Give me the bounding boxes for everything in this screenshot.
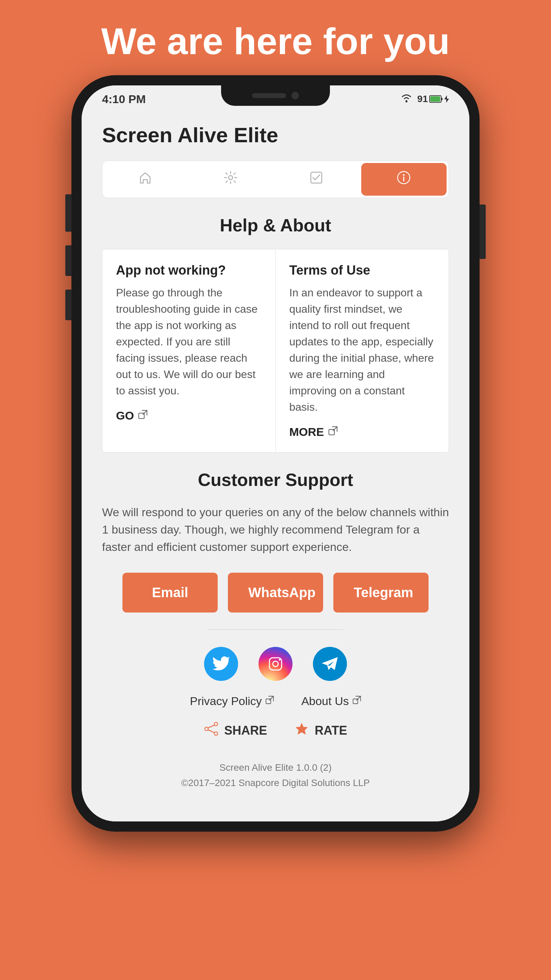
support-buttons-row: Email WhatsApp Telegram xyxy=(102,573,449,612)
go-action[interactable]: GO xyxy=(116,409,262,422)
star-icon xyxy=(294,721,309,740)
app-not-working-text: Please go through the troubleshooting gu… xyxy=(116,285,262,399)
app-title: Screen Alive Elite xyxy=(102,123,449,147)
checkmarks-icon xyxy=(309,170,324,189)
share-label: SHARE xyxy=(224,724,267,738)
version-text: Screen Alive Elite 1.0.0 (2) xyxy=(102,760,449,775)
svg-line-25 xyxy=(208,730,214,733)
about-us-label: About Us xyxy=(301,695,349,708)
tab-home[interactable] xyxy=(102,161,188,198)
status-time: 4:10 PM xyxy=(102,92,146,106)
privacy-policy-link[interactable]: Privacy Policy xyxy=(190,695,274,708)
telegram-social-button[interactable] xyxy=(313,647,347,681)
svg-rect-3 xyxy=(430,96,440,102)
terms-of-use-col: Terms of Use In an endeavor to support a… xyxy=(276,250,449,452)
tab-checkmarks[interactable] xyxy=(273,161,359,198)
customer-support-desc: We will respond to your queries on any o… xyxy=(102,504,449,556)
share-icon xyxy=(204,721,219,740)
app-content: Screen Alive Elite xyxy=(82,113,469,821)
terms-text: In an endeavor to support a quality firs… xyxy=(289,285,435,415)
rate-label: RATE xyxy=(314,724,347,738)
page-headline: We are here for you xyxy=(74,0,477,75)
notch-camera xyxy=(292,92,299,99)
svg-point-21 xyxy=(214,722,218,726)
notch-speaker xyxy=(252,93,286,98)
battery-level: 91 xyxy=(417,94,428,105)
svg-point-22 xyxy=(205,727,208,730)
instagram-button[interactable] xyxy=(259,647,292,681)
phone-frame: 4:10 PM xyxy=(71,75,480,832)
app-not-working-col: App not working? Please go through the t… xyxy=(102,250,276,452)
external-link-icon xyxy=(138,410,148,422)
about-us-external-icon xyxy=(353,695,361,707)
svg-marker-26 xyxy=(295,723,308,735)
svg-point-15 xyxy=(273,661,278,667)
svg-point-16 xyxy=(279,659,281,661)
status-bar: 4:10 PM xyxy=(82,86,469,113)
phone-wrapper: 4:10 PM xyxy=(51,75,500,980)
svg-point-23 xyxy=(214,732,218,735)
svg-marker-4 xyxy=(444,95,449,103)
svg-line-20 xyxy=(356,696,360,700)
phone-screen: 4:10 PM xyxy=(82,86,469,821)
whatsapp-button[interactable]: WhatsApp xyxy=(228,573,323,612)
tab-bar xyxy=(102,161,449,198)
help-about-card: App not working? Please go through the t… xyxy=(102,249,449,453)
svg-point-9 xyxy=(403,174,405,176)
privacy-policy-label: Privacy Policy xyxy=(190,695,262,708)
tab-info[interactable] xyxy=(361,163,447,196)
links-row: Privacy Policy About Us xyxy=(102,695,449,708)
app-not-working-heading: App not working? xyxy=(116,263,262,278)
status-icons: 91 xyxy=(400,93,449,105)
social-row xyxy=(102,647,449,681)
svg-line-13 xyxy=(333,427,337,431)
go-label: GO xyxy=(116,409,134,422)
gear-icon xyxy=(223,170,238,189)
customer-support-section: Customer Support We will respond to your… xyxy=(102,469,449,612)
wifi-icon xyxy=(400,93,413,105)
telegram-button[interactable]: Telegram xyxy=(333,573,429,612)
svg-line-18 xyxy=(269,696,273,700)
copyright-text: ©2017–2021 Snapcore Digital Solutions LL… xyxy=(102,775,449,791)
svg-line-11 xyxy=(143,410,147,414)
app-footer: Screen Alive Elite 1.0.0 (2) ©2017–2021 … xyxy=(102,760,449,801)
info-icon xyxy=(396,170,411,189)
help-about-title: Help & About xyxy=(102,215,449,235)
volume-down-button xyxy=(65,290,71,320)
svg-line-24 xyxy=(208,725,214,728)
share-action[interactable]: SHARE xyxy=(204,721,267,740)
email-button[interactable]: Email xyxy=(122,573,218,612)
about-us-link[interactable]: About Us xyxy=(301,695,361,708)
action-row: SHARE RATE xyxy=(102,721,449,740)
home-icon xyxy=(138,170,153,189)
svg-point-0 xyxy=(405,100,408,102)
customer-support-title: Customer Support xyxy=(102,469,449,490)
external-link-icon-2 xyxy=(328,426,338,438)
more-action[interactable]: MORE xyxy=(289,425,435,439)
svg-point-5 xyxy=(229,176,233,180)
volume-up-button xyxy=(65,245,71,276)
divider xyxy=(208,630,343,630)
terms-heading: Terms of Use xyxy=(289,263,435,278)
svg-rect-2 xyxy=(441,98,443,100)
twitter-button[interactable] xyxy=(204,647,238,681)
more-label: MORE xyxy=(289,425,324,439)
privacy-external-icon xyxy=(265,695,274,707)
battery-indicator: 91 xyxy=(417,94,449,105)
tab-settings[interactable] xyxy=(188,161,274,198)
rate-action[interactable]: RATE xyxy=(294,721,347,740)
notch xyxy=(221,86,330,106)
